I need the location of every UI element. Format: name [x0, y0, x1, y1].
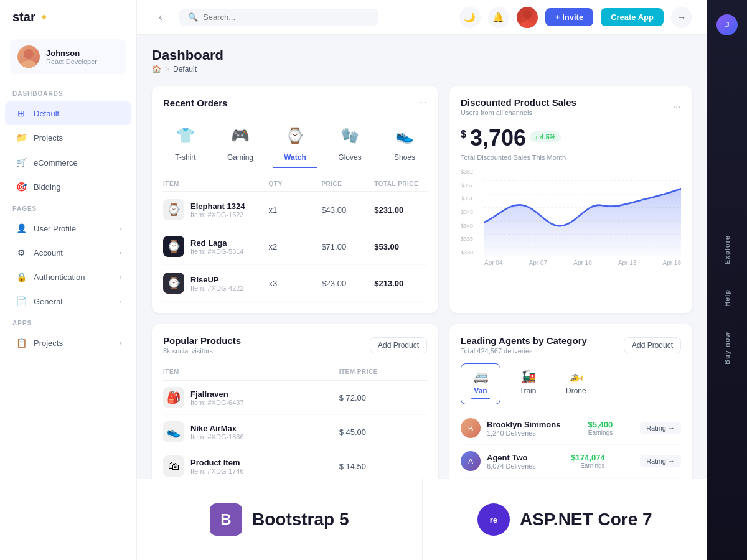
cart-icon: 🛒	[15, 156, 27, 169]
tab-drone-label: Drone	[566, 386, 586, 395]
chevron-down-icon: ›	[120, 298, 121, 305]
help-button[interactable]: Help	[721, 284, 733, 312]
user-profile-card[interactable]: Johnson React Developer	[10, 39, 126, 74]
product-id: Item: #XDG-1746	[190, 467, 244, 475]
agent-avatar: A	[461, 451, 481, 471]
product-price: $ 72.00	[339, 393, 427, 403]
clipboard-icon: 📋	[15, 337, 27, 349]
tab-indicator	[519, 398, 537, 399]
sales-amount-display: $ 3,706 ↓ 4.5%	[461, 125, 681, 151]
agent-avatar: B	[461, 418, 481, 438]
product-details: Fjallraven Item: #XDG-6437	[190, 390, 244, 406]
search-icon: 🔍	[188, 12, 198, 22]
rating-button[interactable]: Rating →	[640, 422, 681, 434]
search-input[interactable]	[203, 12, 370, 22]
sales-label: Total Discounted Sales This Month	[461, 154, 681, 161]
breadcrumb: 🏠 > Default	[152, 65, 223, 73]
search-box[interactable]: 🔍	[179, 9, 378, 26]
x-label: Apr 07	[529, 259, 547, 266]
order-item-name: RiseUP	[190, 275, 244, 284]
invite-button[interactable]: + Invite	[545, 8, 593, 26]
rating-button[interactable]: Rating →	[640, 455, 681, 467]
sidebar-section-apps: APPS 📋 Projects ›	[0, 314, 136, 355]
tab-indicator	[566, 398, 585, 399]
arrow-right-button[interactable]: →	[671, 7, 692, 28]
sidebar-item-label: General	[34, 297, 113, 306]
more-options-icon[interactable]: ···	[419, 97, 427, 108]
topbar-user-avatar[interactable]	[517, 7, 538, 28]
doc-icon: 📄	[15, 295, 27, 307]
products-table-header: ITEM ITEM PRICE	[163, 363, 427, 381]
logo-text: star	[12, 10, 35, 24]
add-agent-button[interactable]: Add Product	[624, 337, 681, 353]
sidebar-item-label: Projects	[34, 338, 113, 348]
product-name: Product Item	[190, 458, 244, 467]
discounted-sales-title-area: Discounted Product Sales Users from all …	[461, 97, 576, 116]
popular-products-subtitle: 8k social visitors	[163, 347, 241, 355]
tab-train-label: Train	[520, 386, 537, 395]
agent-info: B Brooklyn Simmons 1,240 Deliveries	[461, 418, 560, 438]
tab-gloves-label: Gloves	[338, 153, 361, 162]
sidebar-item-account[interactable]: ⚙ Account ›	[5, 241, 131, 264]
tab-tshirt-label: T-shirt	[175, 153, 195, 162]
rp-user-icon[interactable]: J	[716, 14, 738, 35]
tab-watch[interactable]: ⌚ Watch	[273, 117, 317, 168]
sidebar-toggle-button[interactable]: ‹	[152, 9, 169, 26]
agent-details: Brooklyn Simmons 1,240 Deliveries	[487, 420, 560, 437]
tab-gloves[interactable]: 🧤 Gloves	[327, 117, 372, 168]
breadcrumb-separator: >	[165, 65, 169, 73]
home-icon[interactable]: 🏠	[152, 65, 161, 73]
explore-button[interactable]: Explore	[721, 230, 733, 269]
sidebar-item-authentication[interactable]: 🔒 Authentication ›	[5, 265, 131, 289]
sidebar-item-general[interactable]: 📄 General ›	[5, 289, 131, 313]
more-options-icon[interactable]: ···	[673, 101, 681, 113]
sidebar-item-label: Bidding	[34, 182, 121, 192]
page-title: Dashboard	[152, 47, 223, 63]
right-panel: J Explore Help Buy now	[707, 0, 747, 560]
sidebar-item-bidding[interactable]: 🎯 Bidding	[5, 175, 131, 198]
list-item: 👟 Nike AirMax Item: #XDG-1836 $ 45.00	[163, 415, 427, 449]
tab-shoes[interactable]: 👟 Shoes	[382, 117, 427, 168]
sidebar-item-projects-app[interactable]: 📋 Projects ›	[5, 331, 131, 355]
sidebar-item-default[interactable]: ⊞ Default	[5, 101, 131, 125]
notification-bell-button[interactable]: 🔔	[488, 7, 509, 28]
chart-svg	[484, 169, 681, 256]
tab-tshirt[interactable]: 👕 T-shirt	[163, 117, 208, 168]
y-label: $346	[461, 209, 473, 215]
tab-train[interactable]: 🚂 Train	[508, 363, 548, 404]
sales-badge-text: ↓ 4.5%	[535, 133, 556, 141]
page-title-area: Dashboard 🏠 > Default	[152, 47, 223, 73]
order-item-info: ⌚ RiseUP Item: #XDG-4222	[163, 273, 269, 294]
bootstrap-promo[interactable]: B Bootstrap 5	[137, 479, 423, 560]
buy-now-button[interactable]: Buy now	[721, 327, 733, 370]
aspnet-promo[interactable]: re ASP.NET Core 7	[423, 479, 708, 560]
tab-gaming[interactable]: 🎮 Gaming	[218, 117, 263, 168]
product-info: 👟 Nike AirMax Item: #XDG-1836	[163, 421, 339, 442]
sidebar-item-user-profile[interactable]: 👤 User Profile ›	[5, 217, 131, 240]
create-app-button[interactable]: Create App	[601, 8, 664, 26]
sidebar-item-ecommerce[interactable]: 🛒 eCommerce	[5, 151, 131, 174]
page-content: Dashboard 🏠 > Default Recent Orders ···	[137, 35, 707, 560]
theme-toggle-button[interactable]: 🌙	[459, 7, 481, 28]
order-item-details: Red Laga Item: #XDG-5314	[190, 238, 244, 255]
sales-chart: $362 $357 $351 $346 $340 $335 $330	[461, 169, 681, 256]
agent-earnings-area: $5,400 Earnings	[588, 420, 613, 436]
list-item: B Brooklyn Simmons 1,240 Deliveries $5,4…	[461, 412, 681, 445]
order-item-id: Item: #XDG-5314	[190, 248, 244, 255]
list-item: 🛍 Product Item Item: #XDG-1746 $ 14.50	[163, 449, 427, 483]
chevron-down-icon: ›	[120, 250, 121, 256]
tab-van[interactable]: 🚐 Van	[461, 363, 500, 404]
product-price: $ 14.50	[339, 462, 427, 471]
popular-products-title-area: Popular Products 8k social visitors	[163, 335, 241, 355]
tab-drone[interactable]: 🚁 Drone	[555, 363, 597, 404]
topbar-right: 🌙 🔔 + Invite Create App →	[459, 7, 692, 28]
product-name: Fjallraven	[190, 390, 244, 399]
tab-shoes-label: Shoes	[394, 153, 415, 162]
agent-name: Brooklyn Simmons	[487, 420, 560, 429]
col-item: ITEM	[163, 368, 339, 375]
sidebar-item-projects[interactable]: 📁 Projects	[5, 126, 131, 149]
bootstrap-logo: B	[210, 503, 242, 536]
y-label: $362	[461, 169, 473, 175]
add-product-button[interactable]: Add Product	[370, 337, 427, 353]
product-id: Item: #XDG-6437	[190, 399, 244, 406]
